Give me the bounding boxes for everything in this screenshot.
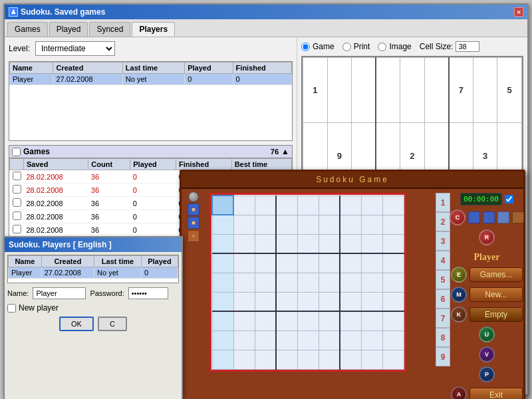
v-button[interactable]: V: [479, 346, 495, 362]
game-cell[interactable]: [319, 350, 340, 369]
game-cell[interactable]: [319, 311, 340, 331]
game-cell[interactable]: [361, 331, 382, 350]
game-cell[interactable]: [361, 292, 382, 311]
game-cell[interactable]: [361, 253, 382, 273]
blue-sq-1[interactable]: [468, 211, 480, 223]
row-checkbox[interactable]: [13, 198, 21, 207]
image-radio-group[interactable]: Image: [378, 42, 411, 51]
games-checkbox[interactable]: [12, 148, 21, 156]
level-select[interactable]: Intermediate Easy Hard Expert: [35, 41, 115, 56]
game-radio-group[interactable]: Game: [301, 42, 334, 51]
game-cell[interactable]: [212, 253, 233, 273]
game-cell[interactable]: [382, 311, 404, 331]
game-cell[interactable]: [340, 253, 361, 273]
game-cell[interactable]: [233, 292, 255, 311]
game-cell[interactable]: [255, 273, 276, 292]
game-radio[interactable]: [301, 43, 310, 51]
game-cell[interactable]: [382, 292, 404, 311]
game-cell[interactable]: [255, 196, 276, 215]
game-cell[interactable]: [276, 215, 297, 234]
game-cell[interactable]: [340, 350, 361, 369]
game-cell[interactable]: [319, 253, 340, 273]
row-num-2[interactable]: 2: [436, 212, 450, 231]
game-cell[interactable]: [340, 311, 361, 331]
exit-button[interactable]: Exit: [469, 388, 523, 399]
game-cell[interactable]: [212, 196, 233, 215]
new-player-checkbox[interactable]: [7, 304, 16, 313]
game-cell[interactable]: [319, 273, 340, 292]
game-cell[interactable]: [382, 331, 404, 350]
row-num-8[interactable]: 8: [436, 328, 450, 347]
games-button[interactable]: Games...: [469, 267, 523, 282]
tab-played[interactable]: Played: [49, 22, 88, 37]
name-input[interactable]: [33, 287, 86, 299]
game-cell[interactable]: [276, 196, 297, 215]
u-button[interactable]: U: [479, 327, 495, 342]
row-num-1[interactable]: 1: [436, 193, 450, 212]
row-num-9[interactable]: 9: [436, 347, 450, 366]
game-cell[interactable]: [319, 196, 340, 215]
game-cell[interactable]: [297, 253, 319, 273]
game-cell[interactable]: [233, 196, 255, 215]
game-cell[interactable]: [361, 311, 382, 331]
e-button[interactable]: E: [451, 267, 467, 283]
game-cell[interactable]: [212, 273, 233, 292]
tab-synced[interactable]: Synced: [89, 22, 130, 37]
game-cell[interactable]: [212, 311, 233, 331]
game-cell[interactable]: [340, 215, 361, 234]
game-cell[interactable]: [276, 350, 297, 369]
game-cell[interactable]: [255, 253, 276, 273]
game-cell[interactable]: [233, 311, 255, 331]
game-cell[interactable]: [297, 292, 319, 311]
game-cell[interactable]: [233, 215, 255, 234]
game-cell[interactable]: [361, 215, 382, 234]
game-cell[interactable]: [255, 234, 276, 253]
timer-checkbox[interactable]: [505, 195, 513, 203]
row-num-5[interactable]: 5: [436, 270, 450, 289]
game-cell[interactable]: [340, 196, 361, 215]
game-cell[interactable]: [276, 253, 297, 273]
row-num-4[interactable]: 4: [436, 251, 450, 270]
tab-games[interactable]: Games: [7, 22, 48, 37]
cancel-button[interactable]: C: [98, 317, 127, 331]
small-btn-3[interactable]: +: [188, 230, 200, 242]
small-btn-2[interactable]: ■: [188, 217, 200, 229]
row-checkbox[interactable]: [13, 185, 21, 194]
game-cell[interactable]: [319, 331, 340, 350]
game-cell[interactable]: [361, 196, 382, 215]
game-cell[interactable]: [276, 311, 297, 331]
game-cell[interactable]: [319, 292, 340, 311]
p-button[interactable]: P: [479, 366, 495, 382]
close-button[interactable]: ✕: [514, 7, 523, 17]
game-cell[interactable]: [212, 234, 233, 253]
game-cell[interactable]: [382, 273, 404, 292]
game-cell[interactable]: [212, 331, 233, 350]
game-cell[interactable]: [233, 331, 255, 350]
game-cell[interactable]: [382, 234, 404, 253]
mini-table-row[interactable]: Player 27.02.2008 No yet 0: [9, 267, 178, 279]
game-cell[interactable]: [382, 350, 404, 369]
k-button[interactable]: K: [451, 307, 467, 323]
ok-button[interactable]: OK: [59, 317, 94, 331]
empty-button[interactable]: Empty: [469, 307, 523, 322]
game-cell[interactable]: [382, 196, 404, 215]
game-cell[interactable]: [212, 350, 233, 369]
game-cell[interactable]: [255, 350, 276, 369]
game-cell[interactable]: [382, 253, 404, 273]
cell-size-input[interactable]: [456, 41, 479, 52]
game-cell[interactable]: [319, 215, 340, 234]
game-cell[interactable]: [382, 215, 404, 234]
row-num-3[interactable]: 3: [436, 231, 450, 251]
game-cell[interactable]: [340, 234, 361, 253]
game-cell[interactable]: [255, 331, 276, 350]
game-cell[interactable]: [276, 273, 297, 292]
table-row[interactable]: Player 27.02.2008 No yet 0 0: [10, 74, 292, 85]
game-cell[interactable]: [361, 350, 382, 369]
print-radio-group[interactable]: Print: [342, 42, 370, 51]
game-cell[interactable]: [340, 331, 361, 350]
blue-sq-2[interactable]: [483, 211, 495, 223]
game-cell[interactable]: [297, 273, 319, 292]
blue-sq-3[interactable]: [497, 211, 509, 223]
game-cell[interactable]: [276, 234, 297, 253]
brown-sq-1[interactable]: [512, 211, 524, 223]
